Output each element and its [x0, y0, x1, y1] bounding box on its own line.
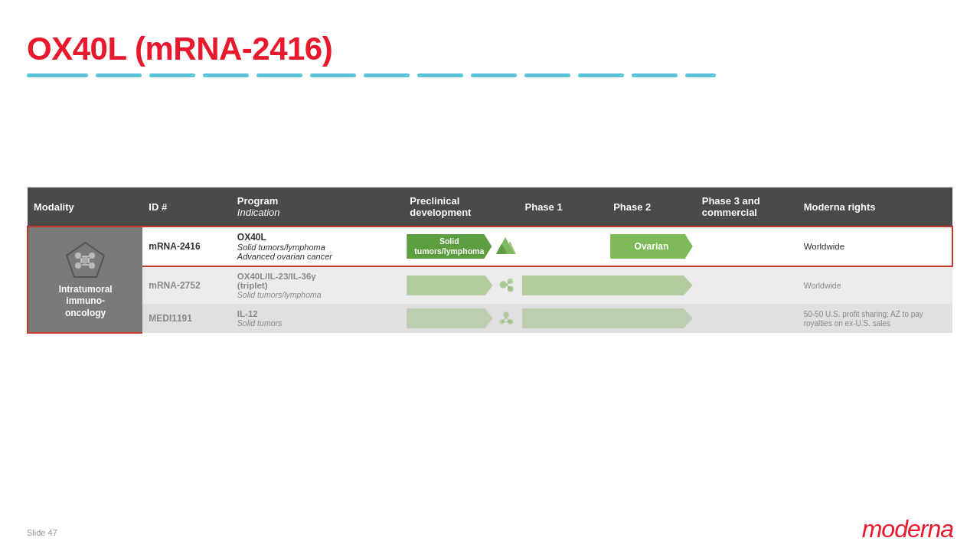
row1-id: mRNA-2416	[142, 227, 231, 266]
modality-pentagon-icon	[64, 240, 106, 282]
dash-8	[417, 73, 463, 77]
row1-preclinical: Solidtumors/lymphoma	[403, 227, 518, 266]
th-program-sub: Indication	[237, 207, 280, 218]
row2-prog-name: OX40L/IL-23/IL-36γ(triplet)	[237, 272, 397, 290]
modality-cell: Intratumoralimmuno-oncology	[28, 227, 142, 333]
row3-program: IL-12 Solid tumors	[231, 304, 403, 333]
dash-3	[149, 73, 195, 77]
header-row: Modality ID # Program Indication Preclin…	[28, 187, 952, 227]
svg-point-4	[75, 262, 81, 269]
row2-phases	[519, 266, 696, 304]
row2-preclinical	[403, 266, 518, 304]
table-row-3: MEDI1191 IL-12 Solid tumors	[28, 304, 952, 333]
row1-program: OX40L Solid tumors/lymphomaAdvanced ovar…	[231, 227, 403, 266]
svg-point-1	[81, 256, 89, 264]
row3-prog-indication: Solid tumors	[237, 318, 397, 328]
molecule-icon-3	[496, 308, 516, 328]
th-id: ID #	[142, 187, 231, 227]
dash-4	[203, 73, 249, 77]
th-phase1: Phase 1	[519, 187, 608, 227]
row1-phase2: Ovarian	[607, 227, 696, 266]
dash-2	[96, 73, 142, 77]
title-section: OX40L (mRNA-2416)	[27, 31, 953, 77]
slide-number: Slide 47	[27, 528, 57, 537]
dash-6	[310, 73, 356, 77]
row1-prog-indication: Solid tumors/lymphomaAdvanced ovarian ca…	[237, 243, 397, 261]
row1-phase1	[519, 227, 608, 266]
row3-prog-name: IL-12	[237, 309, 397, 318]
pipeline-table: Modality ID # Program Indication Preclin…	[27, 187, 953, 334]
main-title: OX40L (mRNA-2416)	[27, 31, 953, 67]
row3-preclinical	[403, 304, 518, 333]
modality-icon-container	[34, 240, 136, 284]
row2-molecule-icon	[496, 275, 516, 296]
th-phase3: Phase 3 and commercial	[696, 187, 798, 227]
row3-molecule-icon	[496, 308, 516, 329]
dashed-line	[27, 73, 953, 77]
th-phase2: Phase 2	[607, 187, 696, 227]
svg-point-13	[499, 281, 506, 288]
row1-molecule-icon	[495, 235, 516, 258]
th-modality: Modality	[28, 187, 142, 227]
table-row-2: mRNA-2752 OX40L/IL-23/IL-36γ(triplet) So…	[28, 266, 952, 304]
row3-moderna-rights: 50-50 U.S. profit sharing; AZ to pay roy…	[798, 304, 952, 333]
svg-point-3	[89, 253, 95, 259]
dash-11	[578, 73, 624, 77]
svg-point-18	[503, 312, 508, 318]
row3-phase3	[696, 304, 798, 333]
dash-12	[632, 73, 678, 77]
th-preclinical: Preclinical development	[403, 187, 518, 227]
row1-solid-arrow: Solidtumors/lymphoma	[407, 234, 492, 259]
modality-label: Intratumoralimmuno-oncology	[34, 284, 136, 320]
table-container: Modality ID # Program Indication Preclin…	[27, 187, 953, 334]
mountain-icon	[495, 235, 516, 256]
row2-prog-indication: Solid tumors/lymphoma	[237, 290, 397, 299]
row1-ovarian-arrow: Ovarian	[610, 234, 693, 259]
th-program-label: Program	[237, 195, 278, 207]
th-program: Program Indication	[231, 187, 403, 227]
row2-phase3	[696, 266, 798, 304]
row2-moderna-rights: Worldwide	[798, 266, 952, 304]
row2-id: mRNA-2752	[142, 266, 231, 304]
dash-7	[364, 73, 410, 77]
row3-phases	[519, 304, 696, 333]
dash-9	[471, 73, 517, 77]
row1-prog-name: OX40L	[237, 232, 397, 243]
table-row-1: Intratumoralimmuno-oncology mRNA-2416 OX…	[28, 227, 952, 266]
row2-program: OX40L/IL-23/IL-36γ(triplet) Solid tumors…	[231, 266, 403, 304]
dash-5	[256, 73, 302, 77]
svg-point-5	[89, 262, 95, 269]
row1-moderna-rights: Worldwide	[798, 227, 952, 266]
dash-13	[685, 73, 716, 77]
row1-phase3	[696, 227, 798, 266]
moderna-logo-text: moderna	[862, 515, 953, 543]
dash-10	[524, 73, 570, 77]
svg-point-2	[75, 253, 81, 259]
row3-id: MEDI1191	[142, 304, 231, 333]
moderna-logo: moderna	[862, 515, 953, 543]
th-moderna-rights: Moderna rights	[798, 187, 952, 227]
molecule-icon-2	[496, 275, 516, 295]
dash-1	[27, 73, 88, 77]
